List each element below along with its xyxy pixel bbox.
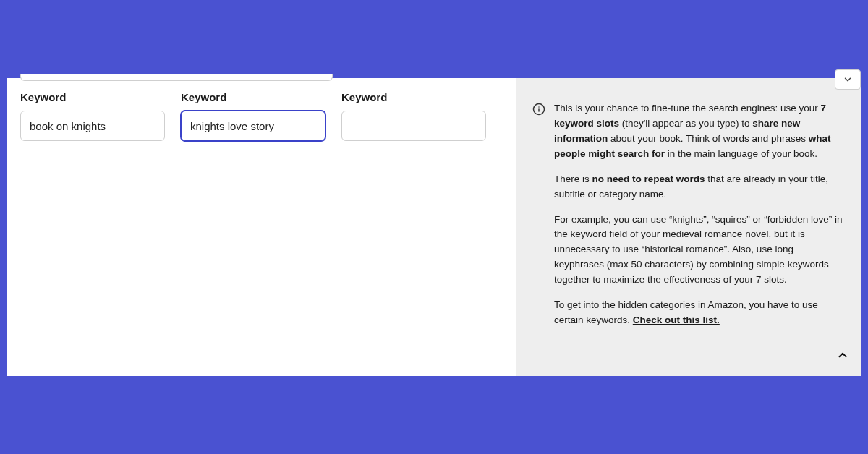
keyword-group-2: Keyword <box>181 91 326 141</box>
help-p1-mid1: (they'll appear as you type) to <box>619 118 752 129</box>
chevron-up-icon <box>836 348 849 361</box>
help-text: This is your chance to fine-tune the sea… <box>554 101 845 360</box>
previous-field-partial <box>20 74 333 81</box>
help-p1-lead: This is your chance to fine-tune the sea… <box>554 103 820 113</box>
collapse-help-button[interactable] <box>836 348 849 364</box>
info-icon <box>532 103 545 116</box>
keyword-input-1[interactable] <box>20 111 165 141</box>
help-p2-lead: There is <box>554 174 592 184</box>
help-panel: This is your chance to fine-tune the sea… <box>516 78 861 376</box>
help-paragraph-2: There is no need to repeat words that ar… <box>554 172 845 202</box>
content-panel: Keyword Keyword Keyword T <box>7 78 861 376</box>
keyword-label-1: Keyword <box>20 91 165 103</box>
help-p1-tail: in the main language of your book. <box>665 148 817 159</box>
keyword-group-1: Keyword <box>20 91 165 141</box>
info-icon-wrap <box>532 101 545 360</box>
chevron-down-icon <box>843 74 853 85</box>
help-paragraph-1: This is your chance to fine-tune the sea… <box>554 101 845 162</box>
keyword-group-3: Keyword <box>341 91 486 141</box>
help-p2-bold: no need to repeat words <box>592 174 705 184</box>
keyword-input-2[interactable] <box>181 111 326 141</box>
help-paragraph-3: For example, you can use “knights”, “squ… <box>554 213 845 288</box>
help-paragraph-4: To get into the hidden categories in Ama… <box>554 298 845 328</box>
keyword-label-3: Keyword <box>341 91 486 103</box>
help-p1-mid2: about your book. Think of words and phra… <box>608 133 808 144</box>
keyword-fields-row: Keyword Keyword Keyword <box>7 78 516 376</box>
collapse-prev-button[interactable] <box>835 69 861 90</box>
check-list-link[interactable]: Check out this list. <box>633 314 720 325</box>
keyword-label-2: Keyword <box>181 91 326 103</box>
keyword-input-3[interactable] <box>341 111 486 141</box>
